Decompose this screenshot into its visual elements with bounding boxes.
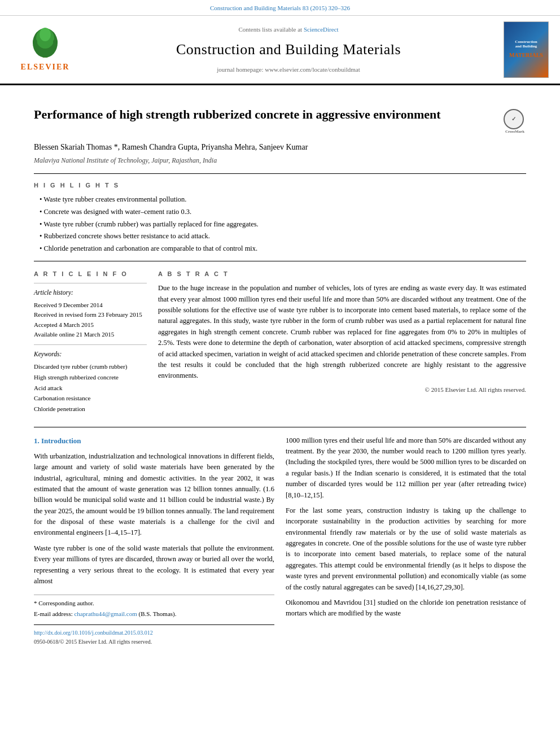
article-title-block: Performance of high strength rubberized …	[34, 107, 526, 134]
main-body: 1. Introduction With urbanization, indus…	[34, 427, 526, 646]
svg-point-5	[53, 40, 58, 44]
highlights-divider	[34, 173, 526, 174]
crossmark-badge: ✓ CrossMark	[504, 109, 526, 134]
journal-main-title: Construction and Building Materials	[176, 38, 401, 60]
article-info-panel: A R T I C L E I N F O Article history: R…	[34, 269, 147, 419]
authors-line: Blessen Skariah Thomas *, Ramesh Chandra…	[34, 141, 526, 153]
body-para-1: With urbanization, industrialization and…	[34, 451, 274, 539]
intro-heading: 1. Introduction	[34, 435, 274, 447]
svg-point-4	[33, 40, 37, 44]
journal-reference: Construction and Building Materials 83 (…	[210, 5, 350, 11]
keyword-5: Chloride penetration	[34, 404, 147, 414]
footnote-email-line: E-mail address: chaprathu44@gmail.com (B…	[34, 609, 274, 619]
abstract-label: A B S T R A C T	[158, 269, 526, 279]
email-suffix: (B.S. Thomas).	[138, 610, 176, 617]
keyword-4: Carbonation resistance	[34, 393, 147, 404]
cover-subtitle: MATERIALS	[509, 51, 543, 59]
keyword-3: Acid attack	[34, 383, 147, 394]
history-group: Article history: Received 9 December 201…	[34, 283, 147, 344]
email-link[interactable]: chaprathu44@gmail.com	[74, 610, 137, 617]
svg-point-3	[40, 28, 51, 41]
cover-image: Constructionand Building MATERIALS	[504, 21, 549, 78]
journal-header: ELSEVIER Contents lists available at Sci…	[0, 16, 560, 85]
highlight-item-5: Chloride penetration and carbonation are…	[40, 243, 526, 254]
journal-title-block: Contents lists available at ScienceDirec…	[85, 21, 492, 78]
cover-title-top: Constructionand Building	[515, 40, 537, 49]
highlight-item-2: Concrete was designed with water–cement …	[40, 207, 526, 217]
online-line: Available online 21 March 2015	[34, 330, 147, 340]
keywords-label: Keywords:	[34, 350, 147, 359]
journal-cover: Constructionand Building MATERIALS	[498, 21, 549, 78]
crossmark-icon: ✓	[504, 109, 524, 129]
highlights-section: H I G H L I G H T S Waste tyre rubber cr…	[34, 181, 526, 254]
highlight-item-4: Rubberized concrete shows better resista…	[40, 231, 526, 242]
footnote-corresponding: * Corresponding author.	[34, 599, 274, 608]
top-bar: Construction and Building Materials 83 (…	[0, 0, 560, 16]
keywords-group: Keywords: Discarded tyre rubber (crumb r…	[34, 344, 147, 419]
footnote-area: * Corresponding author. E-mail address: …	[34, 595, 274, 619]
article-info-label: A R T I C L E I N F O	[34, 269, 147, 279]
body-column-left: 1. Introduction With urbanization, indus…	[34, 435, 274, 646]
keyword-1: Discarded tyre rubber (crumb rubber)	[34, 361, 147, 372]
highlight-item-1: Waste tyre rubber creates environmental …	[40, 194, 526, 205]
doi-bar: http://dx.doi.org/10.1016/j.conbuildmat.…	[34, 624, 274, 646]
article-title-text: Performance of high strength rubberized …	[34, 107, 492, 123]
received-line: Received 9 December 2014	[34, 300, 147, 311]
journal-homepage: journal homepage: www.elsevier.com/locat…	[217, 65, 360, 75]
revised-line: Received in revised form 23 February 201…	[34, 310, 147, 320]
sciencedirect-label: Contents lists available at ScienceDirec…	[238, 25, 338, 34]
body-para-col2-3: Oikonomou and Mavridou [31] studied on t…	[286, 597, 526, 619]
highlights-bottom-divider	[34, 261, 526, 261]
history-label: Article history:	[34, 288, 147, 298]
crossmark-label: CrossMark	[504, 129, 526, 134]
abstract-text: Due to the huge increase in the populati…	[158, 283, 526, 381]
abstract-panel: A B S T R A C T Due to the huge increase…	[158, 269, 526, 419]
keyword-2: High strength rubberized concrete	[34, 372, 147, 383]
highlights-label: H I G H L I G H T S	[34, 181, 526, 190]
copyright-line: © 2015 Elsevier Ltd. All rights reserved…	[158, 385, 526, 395]
elsevier-brand-label: ELSEVIER	[21, 61, 70, 73]
issn-line: 0950-0618/© 2015 Elsevier Ltd. All right…	[34, 637, 274, 646]
highlight-item-3: Waste tyre rubber (crumb rubber) was par…	[40, 219, 526, 230]
email-label: E-mail address:	[34, 610, 73, 617]
elsevier-logo: ELSEVIER	[11, 21, 79, 78]
body-column-right: 1000 million tyres end their useful life…	[286, 435, 526, 646]
accepted-line: Accepted 4 March 2015	[34, 320, 147, 330]
body-para-2: Waste tyre rubber is one of the solid wa…	[34, 543, 274, 587]
sciencedirect-link[interactable]: ScienceDirect	[304, 26, 339, 33]
doi-link[interactable]: http://dx.doi.org/10.1016/j.conbuildmat.…	[34, 628, 274, 637]
keywords-list: Discarded tyre rubber (crumb rubber) Hig…	[34, 361, 147, 414]
corresponding-label: * Corresponding author.	[34, 600, 94, 606]
body-para-col2-1: 1000 million tyres end their useful life…	[286, 435, 526, 501]
elsevier-tree-icon	[23, 26, 68, 60]
affiliation-line: Malaviya National Institute of Technolog…	[34, 155, 526, 165]
body-para-col2-2: For the last some years, construction in…	[286, 505, 526, 593]
